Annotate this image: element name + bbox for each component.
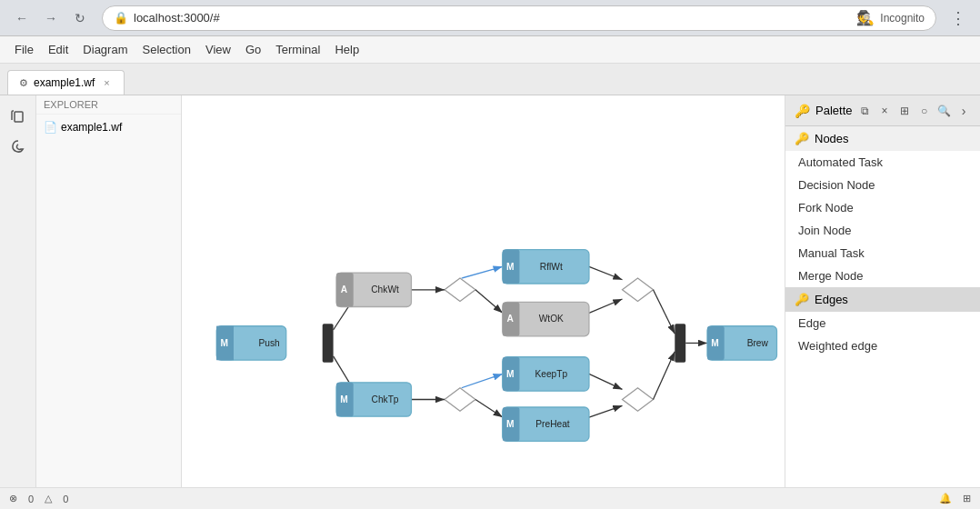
menu-file[interactable]: File bbox=[7, 39, 41, 60]
svg-marker-7 bbox=[445, 388, 475, 412]
warning-icon: △ bbox=[45, 493, 52, 504]
menu-selection[interactable]: Selection bbox=[135, 39, 197, 60]
svg-marker-6 bbox=[623, 278, 654, 302]
svg-text:M: M bbox=[221, 338, 229, 348]
palette-search-btn[interactable]: 🔍 bbox=[936, 102, 951, 120]
svg-line-21 bbox=[654, 290, 675, 334]
menu-edit[interactable]: Edit bbox=[41, 39, 75, 60]
svg-line-19 bbox=[589, 374, 623, 389]
svg-rect-3 bbox=[323, 324, 334, 363]
reload-button[interactable]: ↻ bbox=[67, 5, 93, 31]
incognito-label: Incognito bbox=[880, 12, 925, 25]
notification-icon[interactable]: 🔔 bbox=[939, 493, 952, 504]
menu-terminal[interactable]: Terminal bbox=[268, 39, 327, 60]
diagram-canvas[interactable]: M Push A ChkWt M ChkTp M Rfl bbox=[182, 95, 785, 487]
palette-copy-btn[interactable]: ⧉ bbox=[857, 102, 872, 120]
incognito-icon: 🕵 bbox=[856, 9, 875, 26]
palette-header: 🔑 Palette ⧉ × ⊞ ○ 🔍 › bbox=[785, 95, 980, 126]
palette-item-edge[interactable]: Edge bbox=[785, 312, 980, 334]
app-window: File Edit Diagram Selection View Go Term… bbox=[0, 36, 980, 509]
palette-item-weighted-edge[interactable]: Weighted edge bbox=[785, 334, 980, 357]
nodes-section-label: Nodes bbox=[815, 132, 849, 145]
svg-text:M: M bbox=[340, 394, 348, 404]
svg-line-16 bbox=[475, 400, 503, 418]
svg-marker-8 bbox=[623, 388, 654, 412]
error-count: 0 bbox=[28, 494, 34, 504]
tab-file-icon: ⚙ bbox=[19, 77, 28, 89]
palette-item-decision-node[interactable]: Decision Node bbox=[785, 174, 980, 196]
svg-text:ChkTp: ChkTp bbox=[372, 394, 399, 404]
menu-diagram[interactable]: Diagram bbox=[75, 39, 135, 60]
svg-text:RflWt: RflWt bbox=[540, 262, 563, 272]
svg-line-17 bbox=[589, 266, 623, 279]
nodes-section-header[interactable]: 🔑 Nodes bbox=[785, 126, 980, 151]
palette-icon: 🔑 bbox=[795, 104, 810, 118]
content-area: EXPLORER 📄 example1.wf bbox=[0, 95, 980, 487]
palette-item-automated-task[interactable]: Automated Task bbox=[785, 151, 980, 174]
palette-item-fork-node[interactable]: Fork Node bbox=[785, 196, 980, 219]
edges-section-header[interactable]: 🔑 Edges bbox=[785, 287, 980, 312]
palette-item-manual-task[interactable]: Manual Task bbox=[785, 242, 980, 264]
lock-icon: 🔒 bbox=[114, 11, 128, 25]
palette-check-btn[interactable]: ○ bbox=[917, 102, 932, 120]
svg-line-13 bbox=[462, 266, 503, 278]
forward-button[interactable]: → bbox=[38, 5, 64, 31]
url-text: localhost:3000/# bbox=[134, 11, 220, 25]
tab-label: example1.wf bbox=[34, 76, 95, 89]
svg-line-18 bbox=[589, 299, 623, 313]
svg-text:KeepTp: KeepTp bbox=[535, 369, 567, 379]
warning-count: 0 bbox=[63, 494, 68, 504]
file-tree: 📄 example1.wf bbox=[36, 115, 181, 140]
svg-line-14 bbox=[475, 290, 503, 314]
menu-view[interactable]: View bbox=[198, 39, 238, 60]
status-bar: ⊗ 0 △ 0 🔔 ⊞ bbox=[0, 487, 980, 509]
browser-chrome: ← → ↻ 🔒 localhost:3000/# 🕵 Incognito ⋮ bbox=[0, 0, 980, 36]
main-content: EXPLORER 📄 example1.wf bbox=[36, 95, 785, 487]
svg-text:M: M bbox=[506, 369, 515, 379]
nav-buttons: ← → ↻ bbox=[9, 5, 93, 31]
more-options-button[interactable]: ⋮ bbox=[945, 5, 971, 31]
tab-close-button[interactable]: × bbox=[100, 76, 113, 89]
palette-icon-sidebar[interactable] bbox=[5, 134, 31, 159]
svg-text:Push: Push bbox=[258, 338, 279, 348]
left-sidebar bbox=[0, 95, 36, 487]
file-name: example1.wf bbox=[61, 121, 122, 134]
diagram-svg: M Push A ChkWt M ChkTp M Rfl bbox=[182, 95, 785, 487]
palette-expand-btn[interactable]: › bbox=[956, 102, 971, 120]
svg-line-20 bbox=[589, 405, 623, 417]
svg-marker-5 bbox=[445, 278, 475, 302]
layout-icon[interactable]: ⊞ bbox=[963, 493, 971, 504]
active-tab[interactable]: ⚙ example1.wf × bbox=[7, 70, 125, 95]
copy-icon[interactable] bbox=[5, 103, 31, 128]
menu-help[interactable]: Help bbox=[327, 39, 366, 60]
svg-text:PreHeat: PreHeat bbox=[535, 419, 570, 429]
back-button[interactable]: ← bbox=[9, 5, 35, 31]
file-icon: 📄 bbox=[44, 121, 57, 134]
explorer-header: EXPLORER bbox=[36, 95, 181, 115]
svg-text:ChkWt: ChkWt bbox=[371, 284, 399, 294]
file-item-wf[interactable]: 📄 example1.wf bbox=[36, 118, 181, 136]
edges-section-label: Edges bbox=[815, 293, 848, 306]
svg-line-22 bbox=[654, 352, 675, 400]
error-icon: ⊗ bbox=[9, 493, 17, 504]
menu-go[interactable]: Go bbox=[238, 39, 268, 60]
address-bar[interactable]: 🔒 localhost:3000/# 🕵 Incognito bbox=[102, 5, 936, 31]
svg-text:WtOK: WtOK bbox=[539, 314, 564, 324]
palette-item-merge-node[interactable]: Merge Node bbox=[785, 264, 980, 287]
svg-text:A: A bbox=[341, 284, 348, 294]
svg-text:M: M bbox=[506, 262, 515, 272]
file-explorer-panel: EXPLORER 📄 example1.wf bbox=[36, 95, 182, 487]
incognito-indicator: 🕵 Incognito bbox=[856, 9, 925, 26]
svg-text:A: A bbox=[507, 314, 515, 324]
palette-close-btn[interactable]: × bbox=[877, 102, 892, 120]
palette-item-join-node[interactable]: Join Node bbox=[785, 219, 980, 242]
svg-rect-0 bbox=[15, 112, 23, 122]
svg-rect-4 bbox=[675, 324, 685, 363]
palette-grid-btn[interactable]: ⊞ bbox=[897, 102, 912, 120]
edges-key-icon: 🔑 bbox=[795, 293, 809, 306]
palette-panel: 🔑 Palette ⧉ × ⊞ ○ 🔍 › 🔑 Nodes Automated … bbox=[785, 95, 980, 487]
svg-line-15 bbox=[462, 374, 503, 387]
svg-text:Brew: Brew bbox=[747, 338, 769, 348]
menu-bar: File Edit Diagram Selection View Go Term… bbox=[0, 36, 980, 64]
palette-content: 🔑 Nodes Automated Task Decision Node For… bbox=[785, 126, 980, 487]
